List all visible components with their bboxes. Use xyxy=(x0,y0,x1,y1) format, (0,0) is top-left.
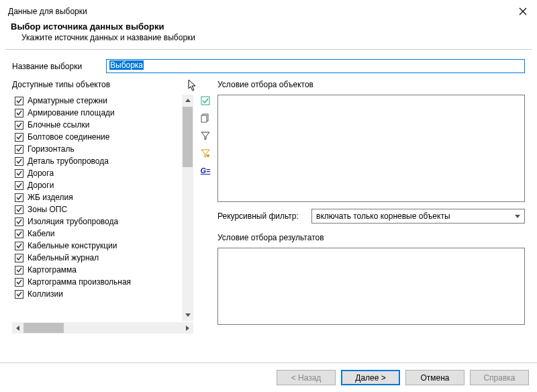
checkbox-icon[interactable] xyxy=(15,109,23,117)
type-item-label: Коллизии xyxy=(28,289,63,299)
type-item[interactable]: Зоны ОПС xyxy=(12,203,181,215)
type-item-label: Картограмма xyxy=(28,265,77,275)
close-icon[interactable] xyxy=(517,5,529,17)
checkbox-icon[interactable] xyxy=(15,254,23,262)
checkbox-icon[interactable] xyxy=(15,290,23,299)
type-item-label: Кабели xyxy=(28,229,54,238)
type-item[interactable]: Болтовое соединение xyxy=(12,131,181,143)
type-list[interactable]: Арматурные стержниАрмирование площадиБло… xyxy=(12,95,193,321)
name-input[interactable]: Выборка xyxy=(106,59,525,73)
type-item[interactable]: Картограмма xyxy=(12,264,181,276)
type-item-label: Кабельный журнал xyxy=(28,253,99,262)
scroll-up-icon[interactable] xyxy=(182,95,193,106)
filter-icon[interactable] xyxy=(199,130,211,142)
vertical-scrollbar[interactable] xyxy=(182,95,193,321)
dialog-title: Данные для выборки xyxy=(8,7,87,16)
checkbox-icon[interactable] xyxy=(15,145,23,154)
cancel-button[interactable]: Отмена xyxy=(405,370,465,385)
type-item[interactable]: Горизонталь xyxy=(12,143,181,155)
checkbox-icon[interactable] xyxy=(15,169,23,178)
filter-star-icon[interactable] xyxy=(199,147,211,159)
copy-icon[interactable] xyxy=(199,112,211,124)
type-item-label: ЖБ изделия xyxy=(28,193,73,202)
g-icon[interactable]: G= xyxy=(199,164,211,177)
svg-rect-0 xyxy=(201,97,209,105)
svg-rect-2 xyxy=(201,115,207,122)
checkbox-icon[interactable] xyxy=(15,217,23,226)
wizard-subtitle: Укажите источник данных и название выбор… xyxy=(21,33,526,42)
type-item[interactable]: Арматурные стержни xyxy=(12,95,181,107)
type-item[interactable]: Дороги xyxy=(12,179,181,191)
checkbox-icon[interactable] xyxy=(15,133,23,142)
wizard-title: Выбор источника данных выборки xyxy=(11,21,526,32)
type-item[interactable]: Блочные ссылки xyxy=(12,119,181,131)
recursive-filter-value: включать только корневые объекты xyxy=(316,211,450,221)
type-item[interactable]: Деталь трубопровода xyxy=(12,155,181,167)
type-item-label: Дорога xyxy=(28,168,54,178)
type-item[interactable]: ЖБ изделия xyxy=(12,191,181,203)
checkbox-icon[interactable] xyxy=(15,230,23,238)
recursive-filter-label: Рекурсивный фильтр: xyxy=(217,211,305,221)
scroll-right-icon[interactable] xyxy=(182,322,193,334)
hscrollbar-thumb[interactable] xyxy=(23,323,64,333)
type-item[interactable]: Дорога xyxy=(12,167,181,179)
condition-results-box[interactable] xyxy=(217,248,525,325)
svg-point-3 xyxy=(207,154,209,157)
help-button[interactable]: Справка xyxy=(470,370,529,385)
type-item[interactable]: Кабели xyxy=(12,228,181,240)
checkbox-icon[interactable] xyxy=(15,181,23,190)
name-label: Название выборки xyxy=(12,62,99,71)
checkbox-icon[interactable] xyxy=(15,266,23,275)
type-item-label: Изоляция трубопровода xyxy=(28,217,118,226)
condition-results-label: Условие отбора результатов xyxy=(217,233,525,242)
checkbox-icon[interactable] xyxy=(15,121,23,130)
back-button[interactable]: < Назад xyxy=(277,370,336,385)
type-item[interactable]: Кабельный журнал xyxy=(12,252,181,264)
type-item-label: Армирование площади xyxy=(28,108,115,117)
types-label: Доступные типы объектов xyxy=(12,80,193,89)
checkbox-icon[interactable] xyxy=(15,242,23,250)
next-button[interactable]: Далее > xyxy=(341,370,400,385)
type-item[interactable]: Армирование площади xyxy=(12,107,181,119)
type-item-label: Арматурные стержни xyxy=(28,96,107,105)
chevron-down-icon xyxy=(515,213,520,219)
checkbox-icon[interactable] xyxy=(15,157,23,166)
check-icon[interactable] xyxy=(199,95,211,107)
type-item[interactable]: Изоляция трубопровода xyxy=(12,215,181,228)
type-item-label: Деталь трубопровода xyxy=(28,156,109,166)
scroll-down-icon[interactable] xyxy=(182,309,193,321)
scroll-left-icon[interactable] xyxy=(12,322,23,334)
checkbox-icon[interactable] xyxy=(15,205,23,214)
type-item[interactable]: Коллизии xyxy=(12,288,181,300)
type-item-label: Дороги xyxy=(28,181,54,190)
scrollbar-thumb[interactable] xyxy=(183,107,193,167)
type-item-label: Кабельные конструкции xyxy=(28,241,117,250)
condition-objects-label: Условие отбора объектов xyxy=(217,80,525,89)
type-item-label: Горизонталь xyxy=(28,144,75,154)
horizontal-scrollbar[interactable] xyxy=(12,322,193,334)
recursive-filter-select[interactable]: включать только корневые объекты xyxy=(311,209,525,224)
type-item-label: Картограмма произвольная xyxy=(28,277,131,287)
checkbox-icon[interactable] xyxy=(15,97,23,105)
type-item-label: Блочные ссылки xyxy=(28,120,89,130)
type-item[interactable]: Кабельные конструкции xyxy=(12,240,181,252)
type-item-label: Болтовое соединение xyxy=(28,132,109,142)
type-item-label: Зоны ОПС xyxy=(28,205,67,214)
condition-objects-box[interactable] xyxy=(217,95,525,202)
type-item[interactable]: Картограмма произвольная xyxy=(12,276,181,288)
checkbox-icon[interactable] xyxy=(15,193,23,202)
checkbox-icon[interactable] xyxy=(15,278,23,287)
